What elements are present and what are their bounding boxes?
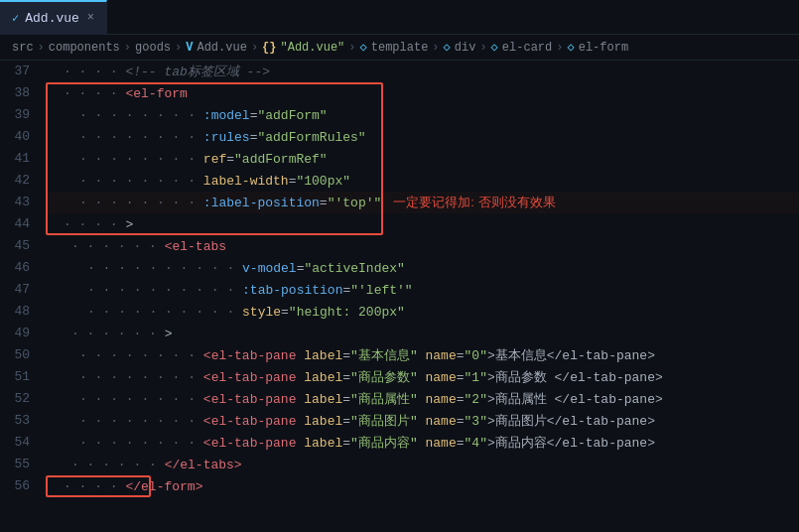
code-line-41: · · · · · · · · ref="addFormRef" — [48, 148, 799, 170]
code-line-40: · · · · · · · · :rules="addFormRules" — [48, 126, 799, 148]
bc-elform: el-form — [579, 41, 628, 55]
breadcrumb: src › components › goods › V Add.vue › {… — [0, 35, 799, 61]
bc-goods: goods — [135, 41, 171, 55]
code-line-38: · · · · <el-form — [48, 82, 799, 104]
code-line-49: · · · · · · > — [48, 323, 799, 344]
editor: 37 38 39 40 41 42 43 44 45 46 47 48 49 5… — [0, 61, 799, 532]
code-line-47: · · · · · · · · · · :tab-position="'left… — [48, 279, 799, 301]
bc-components: components — [49, 41, 120, 55]
code-line-43: · · · · · · · · :label-position="'top'" … — [48, 192, 799, 213]
bc-string-addvue: "Add.vue" — [280, 41, 344, 55]
bc-brace-icon: {} — [262, 41, 276, 55]
code-line-53: · · · · · · · · <el-tab-pane label="商品图片… — [48, 410, 799, 432]
bc-diamond2-icon: ◇ — [444, 40, 451, 55]
bc-diamond3-icon: ◇ — [491, 40, 498, 55]
code-line-56: · · · · </el-form> — [48, 475, 799, 497]
code-line-54: · · · · · · · · <el-tab-pane label="商品内容… — [48, 432, 799, 454]
bc-elcard: el-card — [502, 41, 552, 55]
code-line-55: · · · · · · </el-tabs> — [48, 454, 799, 475]
code-line-51: · · · · · · · · <el-tab-pane label="商品参数… — [48, 366, 799, 388]
code-area[interactable]: · · · · <!-- tab标签区域 --> · · · · <el-for… — [40, 61, 799, 532]
bc-div: div — [455, 41, 476, 55]
bc-diamond1-icon: ◇ — [360, 40, 367, 55]
line-numbers: 37 38 39 40 41 42 43 44 45 46 47 48 49 5… — [0, 61, 40, 532]
bc-addvue: Add.vue — [197, 41, 246, 55]
bc-sep2: › — [124, 41, 131, 55]
annotation-text: 一定要记得加: 否则没有效果 — [393, 194, 555, 211]
code-line-50: · · · · · · · · <el-tab-pane label="基本信息… — [48, 344, 799, 366]
bc-sep7: › — [479, 41, 486, 55]
tab-add-vue[interactable]: ✓ Add.vue × — [0, 0, 107, 35]
code-line-37: · · · · <!-- tab标签区域 --> — [48, 61, 799, 82]
bc-template: template — [371, 41, 429, 55]
bc-sep1: › — [38, 41, 45, 55]
tab-close-button[interactable]: × — [87, 11, 94, 25]
bc-sep5: › — [348, 41, 355, 55]
bc-sep3: › — [175, 41, 182, 55]
tab-bar: ✓ Add.vue × — [0, 0, 799, 35]
code-line-52: · · · · · · · · <el-tab-pane label="商品属性… — [48, 388, 799, 410]
code-line-48: · · · · · · · · · · style="height: 200px… — [48, 301, 799, 323]
bc-sep8: › — [556, 41, 563, 55]
bc-diamond4-icon: ◇ — [567, 40, 574, 55]
code-line-39: · · · · · · · · :model="addForm" — [48, 104, 799, 126]
code-line-44: · · · · > — [48, 213, 799, 235]
code-line-46: · · · · · · · · · · v-model="activeIndex… — [48, 257, 799, 279]
bc-sep4: › — [251, 41, 258, 55]
bc-vue-icon: V — [186, 41, 193, 55]
tab-filename: Add.vue — [25, 11, 79, 26]
tab-check-icon: ✓ — [12, 11, 19, 26]
code-line-42: · · · · · · · · label-width="100px" — [48, 170, 799, 192]
bc-sep6: › — [432, 41, 439, 55]
bc-src: src — [12, 41, 34, 55]
code-line-45: · · · · · · <el-tabs — [48, 235, 799, 257]
